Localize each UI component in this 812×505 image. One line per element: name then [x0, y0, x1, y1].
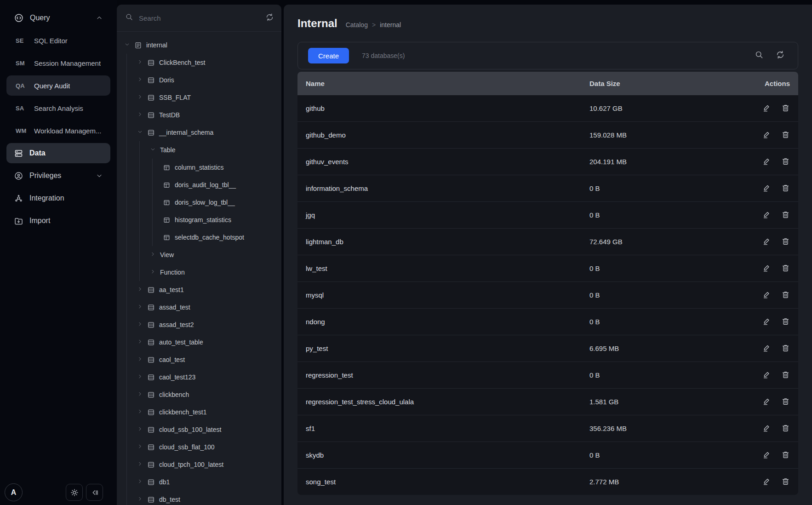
database-icon: [147, 286, 155, 294]
tree-guide-line: [126, 54, 127, 71]
table-icon: [163, 234, 171, 241]
sidebar-item-query-audit[interactable]: QA Query Audit: [6, 75, 110, 96]
delete-button[interactable]: [781, 264, 790, 274]
table-row: github_demo 159.028 MB: [297, 121, 798, 148]
tree-guide-line: [126, 159, 127, 176]
delete-button[interactable]: [781, 157, 790, 167]
delete-button[interactable]: [781, 237, 790, 247]
edit-button[interactable]: [762, 264, 771, 274]
tree-node-caol_test123[interactable]: caol_test123: [117, 368, 281, 386]
chevron-right-icon: [137, 461, 143, 467]
edit-button[interactable]: [762, 210, 771, 220]
tree-node-doris[interactable]: Doris: [117, 71, 281, 89]
edit-button[interactable]: [762, 397, 771, 407]
database-size: 2.772 MB: [589, 478, 729, 486]
catalog-tree: internal ClickBench_test Doris SSB_FLAT …: [117, 32, 281, 505]
delete-button[interactable]: [781, 477, 790, 487]
tree-node-ssb_flat[interactable]: SSB_FLAT: [117, 89, 281, 106]
tree-node-db_test[interactable]: db_test: [117, 491, 281, 505]
search-button[interactable]: [755, 50, 764, 61]
tree-node-cloud_ssb_100_latest[interactable]: cloud_ssb_100_latest: [117, 421, 281, 438]
tree-node-clickbench[interactable]: clickbench: [117, 386, 281, 403]
edit-button[interactable]: [762, 237, 771, 247]
tree-node-db1[interactable]: db1: [117, 473, 281, 491]
sidebar-item-privileges[interactable]: Privileges: [6, 166, 110, 186]
chevron-right-icon: [150, 251, 156, 257]
sidebar-item-data[interactable]: Data: [6, 143, 110, 163]
delete-button[interactable]: [781, 317, 790, 327]
tree-node-caol_test[interactable]: caol_test: [117, 351, 281, 368]
tree-search-input[interactable]: [138, 14, 261, 23]
page-header: Internal Catalog > internal: [284, 5, 812, 30]
refresh-button[interactable]: [776, 50, 785, 61]
sidebar-item-search-analysis[interactable]: SA Search Analysis: [6, 98, 110, 118]
edit-button[interactable]: [762, 290, 771, 300]
tree-node-column_statistics[interactable]: column_statistics: [117, 159, 281, 176]
tree-refresh-button[interactable]: [265, 13, 274, 23]
tree-node-view[interactable]: View: [117, 246, 281, 264]
database-icon: [147, 443, 155, 451]
delete-button[interactable]: [781, 290, 790, 300]
tree-node-assad_test2[interactable]: assad_test2: [117, 316, 281, 333]
chevron-right-icon: [137, 339, 143, 344]
sidebar-item-import[interactable]: Import: [6, 211, 110, 231]
tree-node-histogram_statistics[interactable]: histogram_statistics: [117, 211, 281, 229]
tree-guide-line: [139, 264, 140, 281]
avatar[interactable]: A: [5, 483, 23, 501]
tree-node-internal[interactable]: internal: [117, 36, 281, 54]
delete-button[interactable]: [781, 103, 790, 114]
edit-button[interactable]: [762, 477, 771, 487]
delete-button[interactable]: [781, 344, 790, 354]
settings-button[interactable]: [66, 484, 83, 501]
database-icon: [147, 76, 155, 84]
sidebar-nav: Query SE SQL Editor SM Session Managemen…: [0, 0, 117, 231]
edit-button[interactable]: [762, 450, 771, 460]
delete-button[interactable]: [781, 184, 790, 194]
tree-guide-line: [126, 281, 127, 298]
edit-button[interactable]: [762, 370, 771, 380]
edit-button[interactable]: [762, 317, 771, 327]
tree-node-clickbench_test[interactable]: ClickBench_test: [117, 54, 281, 71]
sidebar-item-session-management[interactable]: SM Session Management: [6, 53, 110, 73]
tree-node-testdb[interactable]: TestDB: [117, 106, 281, 124]
tree-guide-line: [126, 491, 127, 505]
tree-node-doris_slow_log_tbl__[interactable]: doris_slow_log_tbl__: [117, 194, 281, 211]
sidebar-item-label: Search Analysis: [34, 104, 83, 112]
chevron-right-icon: [150, 269, 156, 275]
delete-button[interactable]: [781, 397, 790, 407]
tree-node-table[interactable]: Table: [117, 141, 281, 159]
tree-node-auto_test_table[interactable]: auto_test_table: [117, 333, 281, 351]
tree-node-selectdb_cache_hotspot[interactable]: selectdb_cache_hotspot: [117, 229, 281, 246]
delete-button[interactable]: [781, 450, 790, 460]
delete-button[interactable]: [781, 370, 790, 380]
tree-node-__internal_schema[interactable]: __internal_schema: [117, 124, 281, 141]
tree-node-function[interactable]: Function: [117, 264, 281, 281]
tree-node-cloud_tpch_100_latest[interactable]: cloud_tpch_100_latest: [117, 456, 281, 473]
sidebar-item-integration[interactable]: Integration: [6, 188, 110, 208]
tree-node-assad_test[interactable]: assad_test: [117, 298, 281, 316]
edit-button[interactable]: [762, 344, 771, 354]
sidebar-group-query[interactable]: Query: [6, 8, 110, 28]
delete-button[interactable]: [781, 130, 790, 140]
database-size: 0 B: [589, 318, 729, 326]
edit-button[interactable]: [762, 184, 771, 194]
delete-button[interactable]: [781, 424, 790, 434]
sidebar-item-workload-managem-[interactable]: WM Workload Managem...: [6, 121, 110, 141]
chevron-right-icon: [137, 478, 143, 484]
tree-node-label: View: [160, 251, 174, 258]
tree-node-aa_test1[interactable]: aa_test1: [117, 281, 281, 298]
tree-node-clickbench_test1[interactable]: clickbench_test1: [117, 403, 281, 421]
sidebar-item-sql-editor[interactable]: SE SQL Editor: [6, 30, 110, 51]
delete-button[interactable]: [781, 210, 790, 220]
collapse-sidebar-button[interactable]: [86, 484, 103, 501]
edit-button[interactable]: [762, 130, 771, 140]
tree-node-label: cloud_tpch_100_latest: [159, 461, 223, 468]
edit-button[interactable]: [762, 157, 771, 167]
edit-button[interactable]: [762, 424, 771, 434]
tree-guide-line: [126, 316, 127, 333]
tree-node-cloud_ssb_flat_100[interactable]: cloud_ssb_flat_100: [117, 438, 281, 456]
breadcrumb-catalog[interactable]: Catalog: [346, 21, 368, 29]
edit-button[interactable]: [762, 103, 771, 114]
tree-node-doris_audit_log_tbl__[interactable]: doris_audit_log_tbl__: [117, 176, 281, 194]
create-button[interactable]: Create: [308, 48, 349, 63]
